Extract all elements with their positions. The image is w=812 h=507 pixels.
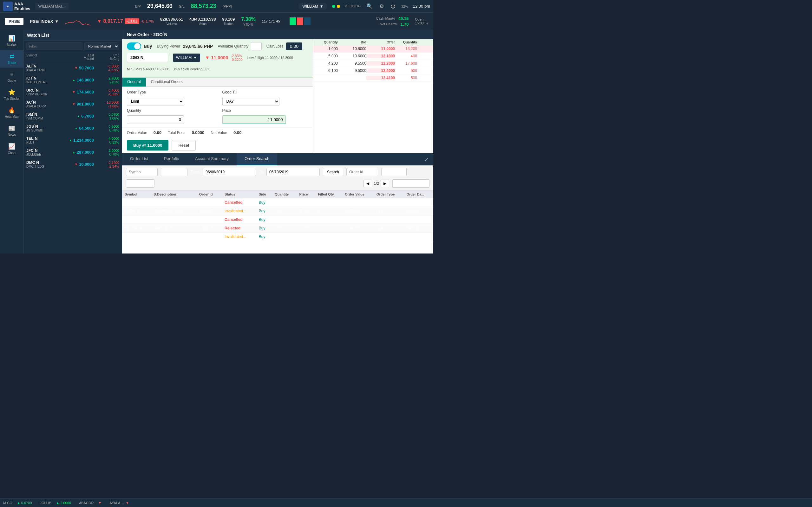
col-symbol: Symbol bbox=[26, 54, 65, 60]
toggle-knob bbox=[134, 43, 141, 49]
top-stocks-icon: ⭐ bbox=[8, 89, 15, 96]
goodtill-select[interactable]: DAY bbox=[222, 97, 280, 106]
nav-top-stocks[interactable]: ⭐ Top Stocks bbox=[0, 86, 23, 104]
tab-general[interactable]: General bbox=[122, 78, 146, 87]
value-stat: 4,943,110,538 Value bbox=[189, 17, 216, 26]
advances-declines: 117 171 45 bbox=[262, 19, 280, 23]
power-icon[interactable]: ⏻ bbox=[390, 3, 397, 10]
psei-dropdown[interactable]: PSEi INDEX ▼ bbox=[30, 19, 59, 24]
buy-toggle[interactable]: Buy bbox=[127, 43, 152, 50]
th-sdesc: S.Description bbox=[151, 190, 196, 199]
stock-change: 2.00000.70% bbox=[94, 149, 119, 156]
expand-button[interactable]: ⤢ bbox=[420, 153, 433, 165]
market-dropdown[interactable]: Normal Market bbox=[84, 43, 119, 50]
table-row[interactable]: SMPH`N SM PRIME HLDG 1301511 Cancelled B… bbox=[122, 199, 433, 207]
direction-arrow-icon: ▼ bbox=[72, 102, 75, 106]
nav-news-label: News bbox=[8, 133, 15, 136]
stock-fullname: DMCI HLDG bbox=[26, 165, 65, 168]
broker-filter[interactable]: WILLIAM ▼ bbox=[161, 168, 188, 176]
tab-order-search[interactable]: Order Search bbox=[237, 153, 277, 165]
order-type-select[interactable]: Limit bbox=[127, 97, 184, 106]
declines-bar bbox=[297, 17, 303, 25]
direction-arrow-icon: ▼ bbox=[72, 90, 75, 94]
list-item[interactable]: TEL`N PLDT ▲ 1,234.0000 4.00000.33% bbox=[24, 134, 122, 147]
broker-select[interactable]: WILLIAM ▼ bbox=[173, 54, 200, 62]
user-button[interactable]: WILLIAM ▼ bbox=[299, 3, 327, 10]
currency-label: (PHP) bbox=[223, 4, 232, 8]
account-name[interactable]: WILLIAM MAT... bbox=[35, 3, 69, 10]
ob-col-offer: Offer bbox=[366, 40, 395, 44]
order-value-row: Order Value 0.00 Total Fees 0.0000 Net V… bbox=[122, 127, 313, 137]
status-filter[interactable]: Status : All ▼ bbox=[126, 179, 154, 187]
nav-heat-map[interactable]: 🔥 Heat Map bbox=[0, 104, 23, 122]
list-item[interactable]: URC`N UNIV ROBINA ▼ 174.6000 -0.4000-0.2… bbox=[24, 86, 122, 98]
dropdown-chevron-icon: ▼ bbox=[55, 19, 59, 24]
list-item[interactable]: ISM`N ISM COMM ▲ 6.7000 0.07001.06% bbox=[24, 110, 122, 122]
order-form-inner: Buy Buying Power 29,645.66 PHP Available… bbox=[122, 39, 313, 153]
order-id-input[interactable] bbox=[346, 168, 378, 176]
prev-page-button[interactable]: ◀ bbox=[363, 180, 372, 187]
tab-account-summary[interactable]: Account Summary bbox=[187, 153, 237, 165]
list-item[interactable]: AC`N AYALA CORP ▼ 901.0000 -16.5000-1.80… bbox=[24, 98, 122, 110]
table-row: 12.4100 500 bbox=[313, 74, 433, 82]
th-price: Price bbox=[297, 190, 316, 199]
symbol-search-input[interactable] bbox=[126, 168, 158, 176]
table-row[interactable]: SMPH`N SM PRIME HLDG 1301121 Invalidated… bbox=[122, 207, 433, 216]
stock-price: 10.0000 bbox=[79, 162, 94, 167]
to-date-input[interactable] bbox=[266, 168, 320, 176]
goodtill-label: Good Till bbox=[222, 90, 248, 95]
pct-change: -0.17% bbox=[141, 19, 154, 24]
table-row: 1,000 10.8000 11.0000 13,200 bbox=[313, 45, 433, 53]
list-item[interactable]: JGS`N JG SUMMIT ▲ 64.5000 0.50000.78% bbox=[24, 122, 122, 134]
next-page-button[interactable]: ▶ bbox=[380, 180, 389, 187]
stock-symbol: AC`N bbox=[26, 100, 65, 105]
ob-col-bid: Bid bbox=[338, 40, 366, 44]
from-date-input[interactable] bbox=[203, 168, 256, 176]
more-columns-button[interactable]: More Columns ▼ bbox=[392, 179, 429, 187]
open-time: 15:00:57 bbox=[415, 21, 428, 25]
broker-filter-value: WILLIAM bbox=[164, 170, 179, 174]
stock-select-input[interactable] bbox=[127, 53, 168, 62]
side-filter[interactable]: Side : All ▼ bbox=[381, 168, 407, 176]
col-chg: Chg% Chg bbox=[94, 54, 119, 60]
nav-news[interactable]: 📰 News bbox=[0, 122, 23, 140]
orders-table: Symbol S.Description Order Id Status Sid… bbox=[122, 190, 433, 253]
minmax-label: Min / Max bbox=[127, 67, 142, 71]
col-last-traded: LastTraded bbox=[65, 54, 94, 60]
list-item[interactable]: JFC`N JOLLIBEE ▲ 287.0000 2.00000.70% bbox=[24, 147, 122, 158]
phse-button[interactable]: PHSE bbox=[5, 18, 23, 25]
from-label: From bbox=[191, 170, 200, 174]
nav-chart[interactable]: 📈 Chart bbox=[0, 140, 23, 158]
order-search-filters: WILLIAM ▼ From To Search Side : All ▼ St… bbox=[122, 165, 433, 190]
nav-quote[interactable]: ≡ Quote bbox=[0, 68, 23, 86]
tab-conditional[interactable]: Conditional Orders bbox=[146, 78, 188, 87]
qty-label: Quantity bbox=[127, 108, 152, 113]
search-icon[interactable]: 🔍 bbox=[365, 2, 374, 10]
reset-button[interactable]: Reset bbox=[171, 140, 196, 151]
list-item[interactable]: ICT`N INTL CONTA... ▲ 146.9000 2.90002.0… bbox=[24, 74, 122, 86]
table-row[interactable]: HOUSE`N 8990 HLDG 1300276 Rejected Buy 1… bbox=[122, 224, 433, 233]
watch-list-header: Watch List bbox=[24, 30, 122, 41]
search-button[interactable]: Search bbox=[323, 168, 343, 176]
buying-power-value: 29,645.66 PHP bbox=[183, 44, 213, 49]
list-item[interactable]: ALI`N AYALA LAND ▼ 50.7000 -0.3000-0.59% bbox=[24, 62, 122, 74]
tab-portfolio[interactable]: Portfolio bbox=[156, 153, 187, 165]
market-icon: 📊 bbox=[8, 35, 15, 42]
table-row[interactable]: HOUSE`N 8990 HLDG 1300564 Cancelled Buy … bbox=[122, 216, 433, 224]
th-orderid: Order Id bbox=[197, 190, 222, 199]
nav-trade[interactable]: ⇄ Trade bbox=[0, 50, 23, 68]
page-number: 1/2 bbox=[374, 181, 379, 186]
filter-input[interactable] bbox=[26, 43, 83, 50]
psei-mini-chart bbox=[65, 16, 90, 27]
qty-input[interactable] bbox=[127, 115, 184, 124]
buy-sell-toggle[interactable] bbox=[127, 43, 141, 50]
buy-button[interactable]: Buy @ 11.0000 bbox=[127, 140, 168, 151]
price-input[interactable] bbox=[222, 115, 286, 124]
bp-value: 29,645.66 bbox=[147, 3, 172, 9]
tab-order-list[interactable]: Order List bbox=[122, 153, 156, 165]
price-change-small: -2.83% -0.3200 bbox=[231, 54, 242, 61]
settings-icon[interactable]: ⚙ bbox=[378, 2, 385, 10]
table-row[interactable]: HOUSE`N 8990 HLDG 1300274 Invalidated...… bbox=[122, 233, 433, 241]
list-item[interactable]: DMC`N DMCI HLDG ▼ 10.0000 -0.2400-2.34% bbox=[24, 158, 122, 170]
nav-market[interactable]: 📊 Market bbox=[0, 32, 23, 50]
